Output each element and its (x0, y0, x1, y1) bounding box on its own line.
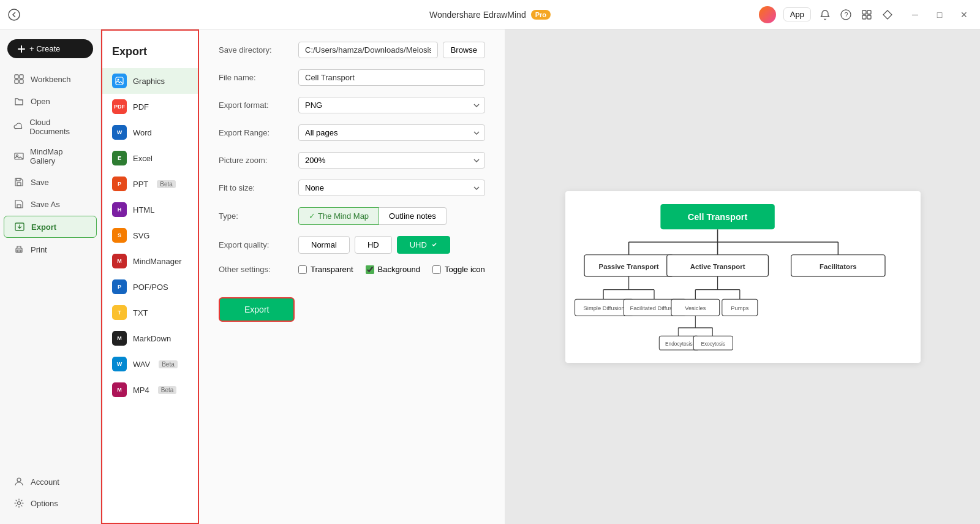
background-checkbox-item[interactable]: Background (366, 265, 420, 274)
fit-to-size-label: Fit to size: (219, 183, 298, 192)
export-format-label: Export format: (219, 101, 298, 110)
question-icon[interactable]: ? (839, 8, 853, 21)
format-item-excel[interactable]: E Excel (102, 145, 198, 171)
sidebar-label-account: Account (31, 477, 59, 487)
format-item-ppt[interactable]: P PPT Beta (102, 171, 198, 197)
format-label-graphics: Graphics (133, 77, 165, 86)
exocytosis-label: Exocytosis (701, 341, 725, 346)
maximize-button[interactable]: □ (931, 6, 948, 23)
cloud-icon (13, 121, 23, 132)
svg-rect-15 (17, 205, 21, 208)
browse-button[interactable]: Browse (443, 42, 485, 58)
format-item-mp4[interactable]: M MP4 Beta (102, 377, 198, 403)
sidebar-label-open: Open (31, 97, 50, 106)
format-item-pof[interactable]: P POF/POS (102, 274, 198, 300)
picture-zoom-select[interactable]: 200% 100% 150% 300% (298, 152, 485, 169)
format-item-txt[interactable]: T TXT (102, 300, 198, 325)
sidebar-item-account[interactable]: Account (4, 471, 97, 492)
sidebar-item-export[interactable]: Export (4, 216, 97, 238)
format-list: Export Graphics PDF PDF W Word (101, 29, 199, 524)
toggle-icon-checkbox[interactable] (432, 265, 441, 274)
quality-normal-button[interactable]: Normal (298, 236, 350, 254)
fit-to-size-select[interactable]: None A4 Letter (298, 180, 485, 196)
sidebar-item-save[interactable]: Save (4, 172, 97, 192)
file-name-control (298, 69, 485, 86)
diamond-icon[interactable] (881, 8, 894, 21)
wav-beta-badge: Beta (159, 360, 178, 368)
file-name-row: File name: (219, 69, 485, 86)
export-range-select[interactable]: All pages Current page (298, 124, 485, 141)
svg-rect-6 (867, 15, 871, 19)
sidebar-item-open[interactable]: Open (4, 91, 97, 112)
format-icon-excel: E (112, 151, 127, 165)
titlebar-left (7, 8, 21, 21)
export-button[interactable]: Export (219, 297, 295, 322)
minimize-button[interactable]: ─ (907, 6, 924, 23)
format-item-mindmanager[interactable]: M MindManager (102, 248, 198, 274)
preview-card: Cell Transport Passive Transport (565, 191, 921, 363)
svg-point-0 (9, 9, 20, 20)
avatar[interactable] (759, 6, 776, 23)
sidebar-item-cloud[interactable]: Cloud Documents (4, 113, 97, 141)
type-outline-label: Outline notes (389, 211, 436, 221)
other-settings-control: Transparent Background Toggle icon (298, 265, 485, 274)
format-label-pof: POF/POS (133, 283, 168, 292)
format-item-graphics[interactable]: Graphics (102, 68, 198, 94)
save-directory-input[interactable] (298, 42, 438, 58)
format-item-pdf[interactable]: PDF PDF (102, 94, 198, 120)
sidebar-label-save: Save (31, 178, 49, 187)
sidebar-label-save-as: Save As (31, 200, 60, 209)
background-checkbox[interactable] (366, 265, 374, 274)
create-button[interactable]: + Create (7, 39, 93, 58)
format-label-ppt: PPT (133, 180, 148, 189)
back-icon[interactable] (7, 8, 21, 21)
type-mind-map-button[interactable]: ✓ The Mind Map (298, 207, 379, 225)
toggle-icon-checkbox-item[interactable]: Toggle icon (432, 265, 485, 274)
export-title: Export (102, 40, 198, 68)
format-item-markdown[interactable]: M MarkDown (102, 325, 198, 351)
format-icon-word: W (112, 125, 127, 140)
fit-to-size-row: Fit to size: None A4 Letter (219, 180, 485, 196)
svg-text:?: ? (845, 11, 848, 18)
account-icon (13, 476, 24, 487)
svg-rect-13 (17, 183, 21, 186)
transparent-checkbox-item[interactable]: Transparent (298, 265, 353, 274)
sidebar-item-options[interactable]: Options (4, 493, 97, 514)
check-icon: ✓ (309, 211, 315, 221)
quality-uhd-button[interactable]: UHD (397, 236, 451, 254)
type-label: Type: (219, 211, 298, 221)
other-settings-row: Other settings: Transparent Background T… (219, 265, 485, 274)
export-format-select[interactable]: PNG JPG BMP SVG (298, 97, 485, 113)
svg-point-22 (118, 79, 119, 81)
format-item-wav[interactable]: W WAV Beta (102, 351, 198, 377)
format-icon-mindmanager: M (112, 254, 127, 268)
svg-rect-5 (862, 15, 866, 19)
close-button[interactable]: ✕ (956, 6, 973, 23)
transparent-checkbox[interactable] (298, 265, 307, 274)
quality-label: Export quality: (219, 240, 298, 249)
sidebar-item-print[interactable]: Print (4, 239, 97, 260)
quality-hd-button[interactable]: HD (355, 236, 392, 254)
file-name-input[interactable] (298, 69, 485, 86)
bell-icon[interactable] (818, 8, 832, 21)
format-icon-ppt: P (112, 177, 127, 191)
format-label-pdf: PDF (133, 102, 149, 112)
format-item-word[interactable]: W Word (102, 120, 198, 145)
format-icon-wav: W (112, 357, 127, 371)
transparent-label: Transparent (311, 265, 353, 274)
svg-rect-8 (20, 75, 23, 78)
format-item-html[interactable]: H HTML (102, 197, 198, 222)
mindmap-svg: Cell Transport Passive Transport (565, 191, 921, 363)
mp4-beta-badge: Beta (158, 386, 177, 394)
sidebar-item-gallery[interactable]: MindMap Gallery (4, 142, 97, 170)
options-icon (13, 498, 24, 509)
sidebar-item-save-as[interactable]: Save As (4, 194, 97, 215)
format-label-html: HTML (133, 205, 154, 215)
type-outline-button[interactable]: Outline notes (379, 207, 447, 225)
app-button[interactable]: App (783, 7, 811, 21)
grid-icon[interactable] (860, 8, 873, 21)
sidebar-item-workbench[interactable]: Workbench (4, 69, 97, 89)
format-label-word: Word (133, 128, 152, 137)
format-item-svg[interactable]: S SVG (102, 222, 198, 248)
ppt-beta-badge: Beta (157, 180, 176, 188)
